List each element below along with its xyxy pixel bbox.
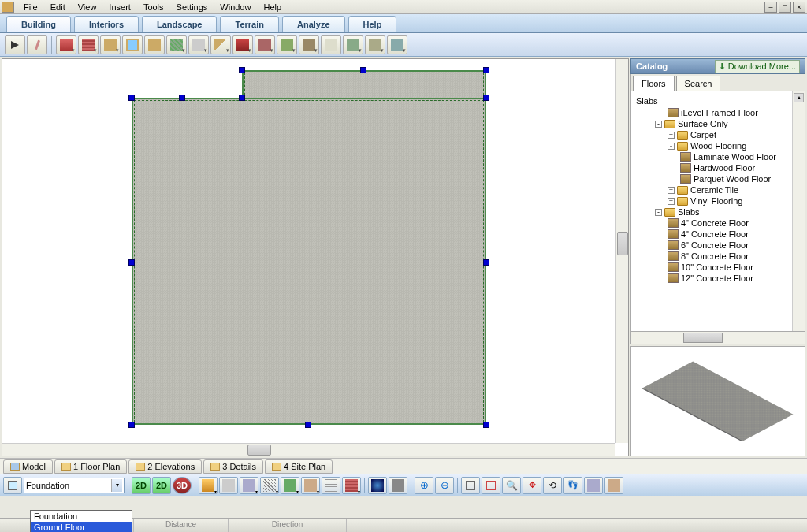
camera-button[interactable] — [389, 477, 407, 494]
catalog-hscroll[interactable] — [630, 332, 805, 344]
zoom-out-button[interactable]: ⊖ — [435, 477, 454, 494]
look-button[interactable] — [584, 477, 603, 494]
dormer-tool[interactable] — [277, 35, 297, 54]
display-button[interactable] — [301, 477, 320, 494]
tree-item[interactable]: 4" Concrete Floor — [633, 229, 803, 240]
tree-item[interactable]: Parquet Wood Floor — [633, 173, 803, 184]
zoom-extents-button[interactable] — [482, 477, 500, 494]
grid-button[interactable] — [322, 477, 340, 494]
reset-view-button[interactable] — [604, 477, 623, 494]
view-tab-details[interactable]: 3 Details — [203, 459, 263, 474]
tree-item[interactable]: 10" Concrete Floor — [633, 262, 803, 273]
resize-handle[interactable] — [179, 95, 185, 101]
resize-handle[interactable] — [483, 422, 489, 428]
exterior-tool[interactable] — [365, 35, 385, 54]
tree-item[interactable]: -Surface Only — [633, 118, 803, 129]
resize-handle[interactable] — [128, 95, 135, 101]
view-2d-button[interactable]: 2D — [132, 477, 151, 494]
menu-settings[interactable]: Settings — [170, 2, 214, 12]
tree-item[interactable]: Hardwood Floor — [633, 162, 803, 173]
window-tool[interactable] — [122, 35, 143, 54]
view-tab-floorplan[interactable]: 1 Floor Plan — [54, 459, 127, 474]
level-selector[interactable]: Foundation ▾ — [24, 478, 125, 493]
resize-handle[interactable] — [305, 422, 311, 428]
tree-item[interactable]: -Slabs — [633, 206, 803, 218]
expand-toggle[interactable]: - — [655, 121, 662, 128]
resize-handle[interactable] — [128, 422, 135, 428]
tree-item[interactable]: Laminate Wood Floor — [633, 151, 803, 162]
tree-item[interactable]: 4" Concrete Floor — [633, 218, 803, 229]
wall-tool[interactable] — [78, 35, 99, 54]
tree-item[interactable]: -Wood Flooring — [633, 140, 803, 151]
expand-toggle[interactable]: - — [655, 209, 662, 216]
hatch-button[interactable] — [260, 477, 279, 494]
download-more-link[interactable]: ⬇Download More... — [715, 60, 800, 73]
orbit-button[interactable]: ⟲ — [543, 477, 562, 494]
tab-landscape[interactable]: Landscape — [142, 16, 217, 32]
walk-button[interactable]: 👣 — [563, 477, 582, 494]
tab-interiors[interactable]: Interiors — [74, 16, 139, 32]
trim-tool[interactable] — [299, 35, 319, 54]
column-tool[interactable] — [100, 35, 121, 54]
view-3d-button[interactable]: 3D — [173, 477, 192, 494]
tab-building[interactable]: Building — [6, 16, 71, 32]
tree-item[interactable]: +Ceramic Tile — [633, 184, 803, 195]
resize-handle[interactable] — [360, 67, 366, 73]
tree-item[interactable]: iLevel Framed Floor — [633, 107, 803, 118]
resize-handle[interactable] — [483, 259, 489, 266]
tree-item[interactable]: +Vinyl Flooring — [633, 195, 803, 206]
horizontal-scrollbar[interactable] — [2, 443, 615, 456]
layers-button[interactable] — [199, 477, 218, 494]
floor-plan-object[interactable] — [132, 70, 486, 425]
view-tab-elevations[interactable]: 2 Elevations — [128, 459, 202, 474]
scroll-thumb[interactable] — [247, 445, 271, 456]
filter-button[interactable] — [281, 477, 299, 494]
maximize-button[interactable]: □ — [779, 2, 791, 13]
level-option-ground-floor[interactable]: Ground Floor — [31, 522, 132, 532]
paint-tool[interactable] — [27, 35, 47, 54]
menu-tools[interactable]: Tools — [137, 2, 170, 12]
scroll-thumb[interactable] — [617, 232, 628, 255]
menu-insert[interactable]: Insert — [102, 2, 137, 12]
tab-help[interactable]: Help — [348, 16, 397, 32]
level-option-foundation[interactable]: Foundation — [31, 511, 132, 522]
view-2d-alt-button[interactable]: 2D — [152, 477, 171, 494]
view-tab-model[interactable]: Model — [3, 459, 53, 474]
expand-toggle[interactable]: + — [668, 132, 675, 139]
tree-item[interactable]: 12" Concrete Floor — [633, 273, 803, 284]
pan-button[interactable]: ✥ — [523, 477, 541, 494]
eye-button[interactable] — [368, 477, 387, 494]
level-add-button[interactable] — [3, 477, 22, 494]
resize-handle[interactable] — [483, 67, 489, 73]
zoom-window-button[interactable] — [461, 477, 480, 494]
tree-item[interactable]: +Carpet — [633, 129, 803, 140]
select-tool[interactable] — [5, 35, 25, 54]
railing-tool[interactable] — [343, 35, 363, 54]
ceiling-tool[interactable] — [188, 35, 209, 54]
minimize-button[interactable]: – — [764, 2, 777, 13]
menu-edit[interactable]: Edit — [44, 2, 72, 12]
house-tool[interactable] — [56, 35, 76, 54]
menu-view[interactable]: View — [72, 2, 103, 12]
resize-handle[interactable] — [483, 95, 489, 101]
tab-analyze[interactable]: Analyze — [282, 16, 345, 32]
expand-toggle[interactable]: - — [668, 143, 675, 150]
catalog-tab-floors[interactable]: Floors — [633, 76, 675, 91]
expand-toggle[interactable]: + — [668, 198, 675, 205]
vertical-scrollbar[interactable] — [615, 59, 628, 443]
catalog-tab-search[interactable]: Search — [676, 76, 721, 91]
floor-tool[interactable] — [166, 35, 187, 54]
stair-tool[interactable] — [210, 35, 231, 54]
post-tool[interactable] — [321, 35, 341, 54]
menu-window[interactable]: Window — [214, 2, 257, 12]
zoom-in-button[interactable]: ⊕ — [415, 477, 433, 494]
door-tool[interactable] — [144, 35, 165, 54]
dropdown-arrow-icon[interactable]: ▾ — [111, 479, 122, 492]
roof-accessory-tool[interactable] — [255, 35, 275, 54]
close-button[interactable]: × — [793, 2, 805, 13]
expand-toggle[interactable]: + — [668, 187, 675, 194]
design-canvas[interactable] — [2, 59, 628, 456]
misc-tool[interactable] — [387, 35, 407, 54]
resize-handle[interactable] — [128, 259, 135, 266]
menu-file[interactable]: File — [17, 2, 44, 12]
